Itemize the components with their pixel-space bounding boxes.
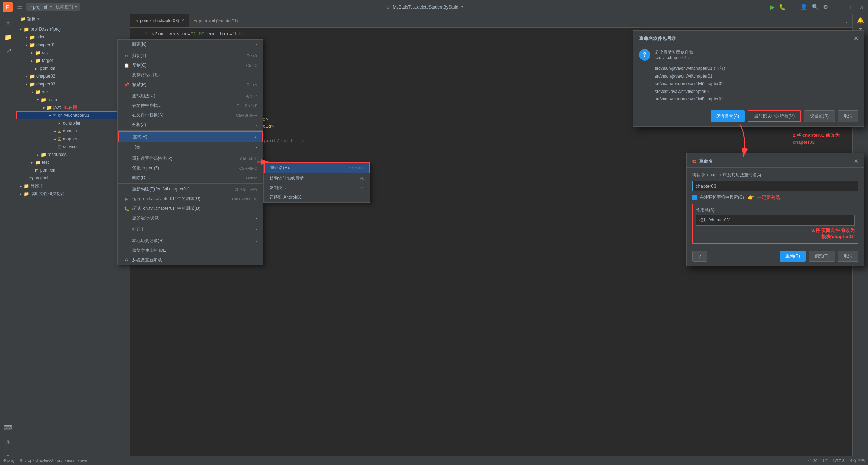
tree-arrow-external-lib: ▸ [18,184,23,188]
project-selector[interactable]: P proj.iml ▾ 版本控制 ▾ [26,3,80,11]
dialog-rename-close-icon[interactable]: ✕ [854,158,858,164]
close-button[interactable]: ✕ [858,4,865,11]
settings-icon[interactable]: ⚙ [823,4,828,10]
menu-item-copy-path[interactable]: 复制路径/引用... [118,70,263,80]
activity-terminal-icon[interactable]: ⌨ [2,422,14,434]
activity-project-icon[interactable]: 📁 [2,31,14,43]
sidebar-dropdown-icon[interactable]: ▾ [37,17,40,21]
menu-sep-6 [118,224,263,224]
tree-item-package[interactable]: ▾ ⊡ cn.fvti.chapter01 [16,111,130,119]
submenu-item-copy-class[interactable]: 复制类... F5 [264,183,370,193]
menu-label-fix-ide: 修复文件上的 IDE [132,247,166,254]
tree-item-src-ch01[interactable]: ▸ 📁 src [16,49,130,57]
activity-problems-icon[interactable]: ⚠ [2,437,14,448]
tree-item-mapper[interactable]: ▸ ⊡ mapper [16,135,130,143]
folder-main-icon: 📁 [41,97,46,103]
hamburger-menu-icon[interactable]: ☰ [16,2,23,12]
activity-git-icon[interactable]: ⎇ [2,46,14,57]
tree-item-pom-ch01[interactable]: ▸ m pom.xml [16,64,130,72]
menu-item-local-history[interactable]: 本地历史记录(H) ▸ [118,236,263,246]
btn-all-dirs[interactable]: 所有目录(A) [711,110,745,122]
tree-item-idea[interactable]: ▸ 📁 .idea [16,33,130,41]
tree-item-chapter01[interactable]: ▾ 📁 chapter01 [16,41,130,49]
tab-close-pom-ch03[interactable]: ✕ [181,18,184,23]
dialog-rename-pkg-close-icon[interactable]: ✕ [854,35,858,42]
menu-arrow-new: ▸ [256,42,257,46]
menu-item-find-in-files[interactable]: 在文件中查找... Ctrl+Shift+F [118,101,263,110]
tree-item-resources[interactable]: ▸ 📁 resources [16,151,130,158]
search-in-comments-checkbox[interactable]: ✓ [692,195,697,200]
tree-item-pom-ch03[interactable]: ▸ m pom.xml [16,166,130,174]
btn-cancel-rename[interactable]: 取消 [838,251,858,262]
dialog-path-5: src\main\resources\cn\fvti\chapter01 [655,95,858,103]
menu-item-reformat[interactable]: 重新设置代码格式(R) Ctrl+Alt+L [118,154,263,163]
maximize-button[interactable]: □ [848,4,855,11]
submenu-item-migrate-androidx[interactable]: 迁移到 AndroidX... [264,193,370,202]
menu-item-rebuild[interactable]: 重新构建(E) 'cn.fvti.chapter01' Ctrl+Shift+F… [118,184,263,194]
menu-item-run-tests[interactable]: ▶ 运行 "cn.fvti.chapter01" 中的测试(U) Ctrl+Sh… [118,194,263,204]
tab-label-pom-ch03: pom.xml (chapter03) [140,18,179,23]
menu-item-more-run[interactable]: 更多运行/调试 ▸ [118,213,263,223]
tab-pom-ch01[interactable]: m pom.xml (chapter01) [189,14,242,27]
tab-pom-ch03[interactable]: m pom.xml (chapter03) ✕ [130,14,189,27]
menu-item-reload-from-disk[interactable]: ♻ 从磁盘重新加载 [118,255,263,265]
search-everywhere-icon[interactable]: 🔍 [812,4,819,10]
menu-item-find-usage[interactable]: 查找用法(U) Alt+F7 [118,91,263,101]
status-indent: 4 个空格 [850,458,865,463]
menu-item-paste[interactable]: 📌 粘贴(P) Ctrl+V [118,80,263,89]
btn-cancel-pkg[interactable]: 取消 [838,110,858,122]
tree-item-proj-iml[interactable]: ▸ m proj.iml [16,174,130,182]
tree-item-domain[interactable]: ▸ ⊡ domain [16,127,130,135]
tree-item-src-ch03[interactable]: ▾ 📁 src [16,88,130,96]
menu-item-open-in[interactable]: 打开于 ▸ [118,225,263,234]
menu-sep-7 [118,235,263,235]
right-panel-notifications-icon[interactable]: 🔔 [857,17,864,24]
menu-item-cut[interactable]: ✂ 剪切(T) Ctrl+X [118,51,263,61]
submenu-item-rename[interactable]: 重命名(R)... Shift+F6 [264,162,370,173]
status-encoding: UTF-8 [833,459,845,463]
run-button-icon[interactable]: ▶ [770,3,775,11]
tree-label-chapter03: chapter03 [36,82,55,87]
btn-module-all[interactable]: 当前模块中的所有(M) [748,110,801,122]
menu-item-copy[interactable]: 📋 复制(C) Ctrl+C [118,61,263,70]
tabs-more-icon[interactable]: ⋮ [841,17,852,24]
status-project[interactable]: ⚙ proj [3,458,14,463]
rename-input[interactable] [692,181,858,191]
btn-refactor[interactable]: 重构(R) [780,251,806,262]
user-account-icon[interactable]: 👤 [800,4,807,10]
tree-item-chapter03[interactable]: ▾ 📁 chapter03 [16,80,130,88]
menu-item-refactor[interactable]: 重构(R) ▸ [118,131,263,142]
btn-preview[interactable]: 预览(P) [809,251,835,262]
menu-item-analyze[interactable]: 分析(Z) ▸ [118,120,263,130]
btn-only-current[interactable]: 仅当前(R) [804,110,835,122]
tree-item-temp-files[interactable]: ▸ 📁 临时文件和控制台 [16,190,130,198]
menu-item-new[interactable]: 新建(N) ▸ [118,40,263,49]
tree-item-chapter02[interactable]: ▸ 📁 chapter02 [16,72,130,80]
tree-item-java[interactable]: ▾ 📁 java 1.右键 [16,104,130,111]
menu-label-find-in-files: 在文件中查找... [132,103,161,109]
menu-item-debug-tests[interactable]: 🐛 调试 "cn.fvti.chapter01" 中的测试(D) [118,204,263,213]
tree-item-service[interactable]: ▸ ⊡ service [16,143,130,151]
menu-item-fix-ide[interactable]: 修复文件上的 IDE [118,246,263,255]
activity-more-icon[interactable]: ··· [2,60,14,71]
more-options-icon[interactable]: ⋮ [790,4,796,10]
tree-item-proj[interactable]: ▾ 📁 proj D:\ssm\proj [16,25,130,33]
menu-item-delete[interactable]: 删除(D)... Delete [118,173,263,183]
minimize-button[interactable]: − [838,4,845,11]
tree-item-controller[interactable]: ▸ ⊡ controller [16,119,130,127]
menu-item-replace-in-files[interactable]: 在文件中替换(A)... Ctrl+Shift+R [118,110,263,120]
tree-item-test[interactable]: ▸ 📁 test [16,158,130,166]
tree-item-target[interactable]: ▸ 📁 target [16,57,130,64]
menu-item-optimize-import[interactable]: 优化 import(Z) Ctrl+Alt+O [118,163,263,173]
submenu-item-move[interactable]: 移动软件包或目录... F6 [264,173,370,183]
idea-icon-rename: ⧉ [692,158,696,164]
status-position: 41:20 [807,459,817,463]
tree-item-main[interactable]: ▾ 📁 main [16,96,130,104]
tree-item-external-lib[interactable]: ▸ 📁 外部库 [16,182,130,190]
activity-home-icon[interactable]: ⊞ [2,17,14,28]
dialog-rename-footer: ? 重构(R) 预览(P) 取消 [687,248,864,266]
debug-button-icon[interactable]: 🐛 [779,4,786,10]
menu-item-bookmarks[interactable]: 书签 ▸ [118,142,263,152]
dialog-rename-pkg-header: 重命名软件包目录 ✕ [633,31,864,45]
btn-help-rename[interactable]: ? [692,251,707,262]
